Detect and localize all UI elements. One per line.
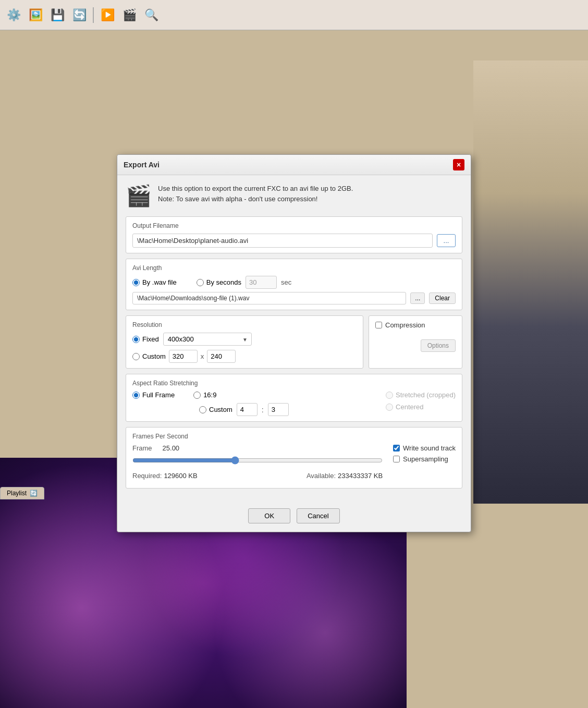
film-icon[interactable]: 🎬 bbox=[120, 6, 139, 25]
dialog-titlebar: Export Avi × bbox=[117, 155, 471, 175]
fps-header: Frame 25.00 bbox=[132, 444, 383, 452]
required-value: 129600 KB bbox=[164, 472, 197, 480]
custom-aspect-radio[interactable] bbox=[199, 406, 206, 413]
output-filename-label: Output Filename bbox=[132, 222, 456, 229]
resolution-select[interactable]: 400x300 640x480 800x600 1280x720 1920x10… bbox=[163, 333, 252, 346]
stretched-radio-label[interactable]: Stretched (cropped) bbox=[386, 391, 456, 399]
fps-top-row: Frame 25.00 Required: 129600 KB Availabl… bbox=[132, 444, 456, 480]
fixed-resolution-row: Fixed 400x300 640x480 800x600 1280x720 1… bbox=[132, 333, 357, 346]
toolbar: ⚙️ 🖼️ 💾 🔄 ▶️ 🎬 🔍 bbox=[0, 0, 588, 30]
ok-button[interactable]: OK bbox=[248, 508, 290, 523]
full-frame-radio-label[interactable]: Full Frame bbox=[132, 391, 175, 399]
required-label: Required: bbox=[132, 472, 162, 480]
centered-label: Centered bbox=[396, 403, 423, 411]
clear-button[interactable]: Clear bbox=[429, 292, 456, 304]
frame-value: 25.00 bbox=[163, 444, 180, 452]
resolution-label: Resolution bbox=[132, 321, 357, 328]
cancel-button[interactable]: Cancel bbox=[297, 508, 339, 523]
supersampling-text: Supersampling bbox=[403, 455, 448, 463]
toolbar-separator bbox=[93, 7, 94, 23]
fixed-radio[interactable] bbox=[132, 336, 140, 343]
refresh-icon[interactable]: 🔄 bbox=[70, 6, 89, 25]
wav-path-display: \Mac\Home\Downloads\song-file (1).wav bbox=[132, 292, 406, 304]
write-sound-track-checkbox[interactable] bbox=[393, 445, 400, 451]
compression-checkbox-label[interactable]: Compression bbox=[375, 321, 456, 329]
aspect-width-input[interactable] bbox=[237, 403, 258, 416]
resolution-compression-row: Resolution Fixed 400x300 640x480 bbox=[126, 315, 462, 369]
resolution-section: Resolution Fixed 400x300 640x480 bbox=[126, 315, 363, 369]
info-row: Required: 129600 KB Available: 233433337… bbox=[132, 472, 383, 480]
custom-radio[interactable] bbox=[132, 353, 140, 360]
compression-checkbox[interactable] bbox=[375, 322, 382, 328]
x-separator: x bbox=[201, 352, 204, 360]
wav-browse-button[interactable]: ... bbox=[410, 292, 425, 304]
aspect-height-input[interactable] bbox=[268, 403, 289, 416]
write-sound-track-label[interactable]: Write sound track bbox=[393, 444, 456, 452]
sec-label: sec bbox=[281, 278, 291, 286]
background-area: Playlist 🔄 ut:400x300 Export Avi × 🎬 Use… bbox=[0, 30, 588, 708]
description-line1: Use this option to export the current FX… bbox=[158, 184, 353, 194]
dialog-title: Export Avi bbox=[124, 161, 160, 169]
close-button[interactable]: × bbox=[453, 159, 464, 170]
16-9-radio[interactable] bbox=[193, 392, 201, 399]
fps-slider[interactable] bbox=[132, 456, 383, 465]
custom-height-input[interactable] bbox=[207, 350, 236, 363]
custom-resolution-row: Custom x bbox=[132, 350, 357, 363]
filename-browse-button[interactable]: ... bbox=[437, 234, 456, 247]
avi-length-section: Avi Length By .wav file By seconds sec bbox=[126, 259, 462, 310]
save-icon[interactable]: 💾 bbox=[48, 6, 67, 25]
supersampling-checkbox[interactable] bbox=[393, 456, 400, 462]
seconds-label: By seconds bbox=[206, 278, 241, 286]
wav-file-radio-label[interactable]: By .wav file bbox=[132, 278, 177, 286]
image-icon[interactable]: 🖼️ bbox=[26, 6, 45, 25]
options-button[interactable]: Options bbox=[421, 339, 456, 352]
aspect-ratio-section: Aspect Ratio Stretching Full Frame 1 bbox=[126, 374, 462, 422]
filename-row: ... bbox=[132, 234, 456, 248]
custom-aspect-label: Custom bbox=[209, 406, 232, 413]
search-icon[interactable]: 🔍 bbox=[142, 6, 161, 25]
custom-width-input[interactable] bbox=[169, 350, 198, 363]
avi-length-radio-row: By .wav file By seconds sec bbox=[132, 276, 456, 289]
fixed-label: Fixed bbox=[142, 335, 159, 343]
full-frame-label: Full Frame bbox=[142, 391, 175, 399]
seconds-radio-label[interactable]: By seconds bbox=[197, 278, 241, 286]
stretched-radio bbox=[386, 392, 393, 399]
compression-label: Compression bbox=[385, 321, 425, 329]
wav-file-label: By .wav file bbox=[142, 278, 177, 286]
16-9-label: 16:9 bbox=[203, 391, 216, 399]
seconds-radio[interactable] bbox=[197, 279, 204, 286]
fps-left: Frame 25.00 Required: 129600 KB Availabl… bbox=[132, 444, 383, 480]
aspect-right-options: Stretched (cropped) Centered bbox=[386, 391, 456, 411]
dialog-buttons-row: OK Cancel bbox=[117, 502, 471, 532]
full-frame-radio[interactable] bbox=[132, 392, 140, 399]
aspect-ratio-label: Aspect Ratio Stretching bbox=[132, 380, 456, 387]
filename-input[interactable] bbox=[132, 234, 433, 248]
aspect-left: Full Frame 16:9 bbox=[132, 391, 289, 416]
fps-section: Frames Per Second Frame 25.00 Required: … bbox=[126, 427, 462, 489]
fixed-radio-label[interactable]: Fixed bbox=[132, 335, 159, 343]
stretched-label: Stretched (cropped) bbox=[396, 391, 456, 399]
aspect-colon: : bbox=[262, 406, 264, 414]
export-avi-dialog: Export Avi × 🎬 Use this option to export… bbox=[117, 154, 471, 532]
compression-col: Compression Options bbox=[369, 315, 462, 369]
custom-resolution-label: Custom bbox=[142, 352, 166, 360]
available-label: Available: bbox=[307, 472, 336, 480]
compression-section: Compression Options bbox=[369, 315, 462, 369]
write-sound-track-text: Write sound track bbox=[403, 444, 456, 452]
supersampling-label[interactable]: Supersampling bbox=[393, 455, 456, 463]
custom-radio-label[interactable]: Custom bbox=[132, 352, 166, 360]
available-value: 233433337 KB bbox=[338, 472, 383, 480]
resolution-select-wrapper[interactable]: 400x300 640x480 800x600 1280x720 1920x10… bbox=[163, 333, 252, 346]
settings-icon[interactable]: ⚙️ bbox=[4, 6, 23, 25]
custom-aspect-radio-label[interactable]: Custom bbox=[199, 406, 232, 413]
output-filename-section: Output Filename ... bbox=[126, 216, 462, 253]
dialog-content: 🎬 Use this option to export the current … bbox=[117, 175, 471, 502]
centered-radio-label[interactable]: Centered bbox=[386, 403, 456, 411]
seconds-input[interactable] bbox=[246, 276, 277, 289]
aspect-row1: Full Frame 16:9 bbox=[132, 391, 289, 399]
play-icon[interactable]: ▶️ bbox=[98, 6, 117, 25]
16-9-radio-label[interactable]: 16:9 bbox=[193, 391, 216, 399]
wav-file-radio[interactable] bbox=[132, 279, 140, 286]
description-line2: Note: To save avi with alpha - don't use… bbox=[158, 194, 353, 204]
fps-label: Frames Per Second bbox=[132, 433, 456, 440]
